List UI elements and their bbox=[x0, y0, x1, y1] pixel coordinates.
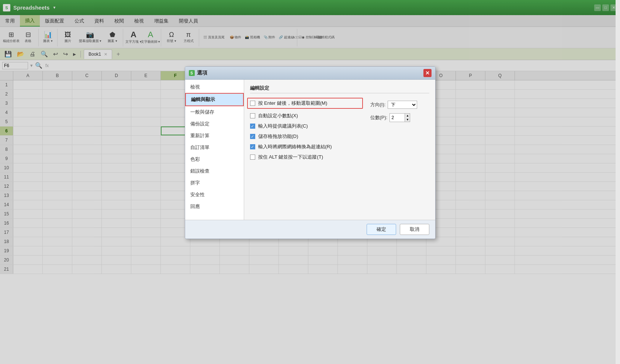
dialog-nav-general[interactable]: 一般與儲存 bbox=[185, 106, 244, 118]
direction-row: 方向(I): 下 右 上 左 bbox=[370, 101, 429, 109]
decimal-spinner: ▲ ▼ bbox=[389, 113, 410, 122]
dialog-overlay[interactable]: S 選項 ✕ 檢視 編輯與顯示 一般與儲存 備份設定 重新計算 自訂清單 色彩 … bbox=[0, 0, 620, 364]
direction-label: 方向(I): bbox=[370, 101, 386, 108]
dialog-option-autocomplete: ✓ 輸入時提供建議列表(C) bbox=[250, 123, 363, 129]
spinner-buttons: ▲ ▼ bbox=[405, 114, 410, 122]
dialog-nav-errcheck[interactable]: 錯誤檢查 bbox=[185, 165, 244, 177]
dialog-title-icon: S bbox=[189, 70, 195, 76]
checkbox-auto-decimal[interactable] bbox=[250, 113, 255, 118]
decimal-input[interactable] bbox=[390, 114, 405, 121]
label-auto-decimal: 自動設定小數點(X) bbox=[258, 112, 298, 119]
dialog-right: 編輯設定 按 Enter 鍵後，移動選取範圍(M) 自動設定小數點(X) bbox=[244, 80, 435, 220]
dialog-nav-response[interactable]: 回應 bbox=[185, 201, 244, 212]
dialog-cancel-btn[interactable]: 取消 bbox=[400, 224, 429, 235]
dialog-nav-spell[interactable]: 拼字 bbox=[185, 177, 244, 189]
label-drag-drop: 儲存格拖放功能(D) bbox=[258, 133, 298, 140]
label-move-selection: 按 Enter 鍵後，移動選取範圍(M) bbox=[258, 100, 328, 107]
dialog-option-alt-trace: 按住 ALT 鍵並按一下以追蹤(T) bbox=[250, 154, 363, 160]
decimal-label: 位數(P): bbox=[370, 114, 388, 121]
dialog-option-hyperlink: ✓ 輸入時將網際網絡轉換為超連結(R) bbox=[250, 143, 363, 150]
dialog-titlebar: S 選項 ✕ bbox=[185, 67, 435, 80]
checkbox-drag-drop[interactable]: ✓ bbox=[250, 134, 255, 139]
label-autocomplete: 輸入時提供建議列表(C) bbox=[258, 123, 308, 129]
dialog-nav-custom[interactable]: 自訂清單 bbox=[185, 142, 244, 153]
dialog-nav-edit[interactable]: 編輯與顯示 bbox=[185, 93, 244, 106]
dialog-option-auto-decimal: 自動設定小數點(X) bbox=[250, 112, 363, 119]
checkbox-move-selection[interactable] bbox=[250, 101, 255, 106]
dialog-nav-security[interactable]: 安全性 bbox=[185, 189, 244, 201]
dialog-nav: 檢視 編輯與顯示 一般與儲存 備份設定 重新計算 自訂清單 色彩 錯誤檢查 拼字… bbox=[185, 80, 244, 220]
direction-select[interactable]: 下 右 上 左 bbox=[388, 101, 417, 109]
spinner-up-btn[interactable]: ▲ bbox=[405, 114, 410, 118]
dialog-body: 檢視 編輯與顯示 一般與儲存 備份設定 重新計算 自訂清單 色彩 錯誤檢查 拼字… bbox=[185, 80, 435, 220]
dialog-ok-btn[interactable]: 確定 bbox=[367, 224, 396, 235]
label-alt-trace: 按住 ALT 鍵並按一下以追蹤(T) bbox=[258, 154, 323, 160]
dialog-nav-color[interactable]: 色彩 bbox=[185, 153, 244, 165]
label-hyperlink: 輸入時將網際網絡轉換為超連結(R) bbox=[258, 143, 332, 150]
dialog-title: S 選項 bbox=[189, 70, 207, 76]
dialog-nav-backup[interactable]: 備份設定 bbox=[185, 118, 244, 130]
dialog-content-area: 按 Enter 鍵後，移動選取範圍(M) 自動設定小數點(X) ✓ 輸入時提供建… bbox=[250, 98, 429, 164]
dialog-close-btn[interactable]: ✕ bbox=[423, 69, 432, 77]
dialog-option-move-selection: 按 Enter 鍵後，移動選取範圍(M) bbox=[247, 98, 363, 109]
checkbox-alt-trace[interactable] bbox=[250, 155, 255, 160]
dialog-nav-recalc[interactable]: 重新計算 bbox=[185, 130, 244, 142]
dialog-section-title: 編輯設定 bbox=[250, 85, 429, 93]
spinner-down-btn[interactable]: ▼ bbox=[405, 118, 410, 122]
decimal-row: 位數(P): ▲ ▼ bbox=[370, 113, 429, 122]
checkbox-autocomplete[interactable]: ✓ bbox=[250, 124, 255, 129]
checkbox-hyperlink[interactable]: ✓ bbox=[250, 144, 255, 149]
dialog-nav-view[interactable]: 檢視 bbox=[185, 81, 244, 93]
dialog-footer: 確定 取消 bbox=[185, 220, 435, 239]
dialog-spinners-area: 方向(I): 下 右 上 左 位數(P): bbox=[370, 98, 429, 164]
dialog: S 選項 ✕ 檢視 編輯與顯示 一般與儲存 備份設定 重新計算 自訂清單 色彩 … bbox=[185, 66, 436, 239]
dialog-option-drag-drop: ✓ 儲存格拖放功能(D) bbox=[250, 133, 363, 140]
dialog-options-list: 按 Enter 鍵後，移動選取範圍(M) 自動設定小數點(X) ✓ 輸入時提供建… bbox=[250, 98, 363, 164]
